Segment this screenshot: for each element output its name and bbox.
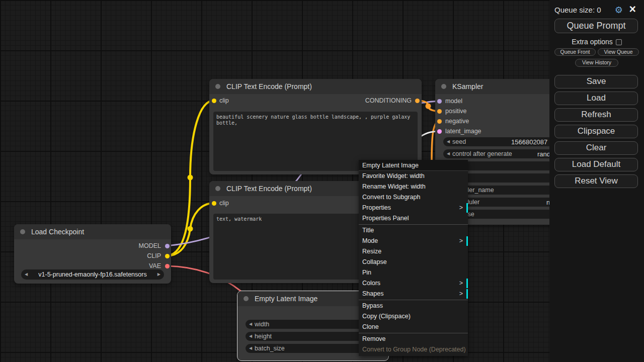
view-queue-button[interactable]: View Queue bbox=[598, 48, 639, 56]
context-menu-title: Empty Latent Image bbox=[359, 160, 468, 171]
menu-item-colors[interactable]: Colors> bbox=[359, 278, 468, 289]
menu-item-bypass[interactable]: Bypass bbox=[359, 301, 468, 311]
input-slot-positive-label: positive bbox=[445, 108, 466, 115]
extra-options-checkbox[interactable] bbox=[616, 39, 622, 45]
menu-item-mode[interactable]: Mode> bbox=[359, 236, 468, 246]
comfy-menu-panel: Queue size: 0 ⚙ × Queue Prompt Extra opt… bbox=[549, 0, 644, 362]
save-button[interactable]: Save bbox=[554, 75, 638, 88]
menu-item-resize[interactable]: Resize bbox=[359, 246, 468, 257]
clear-button[interactable]: Clear bbox=[554, 141, 638, 155]
reset-view-button[interactable]: Reset View bbox=[554, 174, 638, 188]
submenu-accent-bar bbox=[466, 289, 468, 299]
input-slot-clip-icon[interactable] bbox=[212, 201, 216, 206]
menu-separator bbox=[359, 224, 468, 225]
ckpt-name-widget[interactable]: ◀ v1-5-pruned-emaonly-fp16.safetensors ▶ bbox=[21, 269, 164, 280]
seed-label: seed bbox=[452, 138, 466, 145]
input-slot-positive-icon[interactable] bbox=[437, 109, 442, 114]
menu-item-convert-to-group-node[interactable]: Convert to Group Node (Deprecated) bbox=[359, 344, 468, 355]
input-slot-negative-icon[interactable] bbox=[437, 119, 442, 124]
node-title: CLIP Text Encode (Prompt) bbox=[226, 185, 312, 193]
input-slot-model-label: model bbox=[445, 98, 462, 105]
queue-size-label: Queue size: 0 bbox=[554, 6, 601, 14]
menu-item-properties[interactable]: Properties> bbox=[359, 203, 468, 213]
load-button[interactable]: Load bbox=[554, 92, 638, 105]
ckpt-name-value: v1-5-pruned-emaonly-fp16.safetensors bbox=[21, 271, 164, 278]
output-slot-conditioning-label: CONDITIONING bbox=[365, 97, 412, 104]
node-title: Empty Latent Image bbox=[255, 295, 317, 303]
collapse-dot-icon[interactable] bbox=[215, 186, 220, 191]
output-slot-model-icon[interactable] bbox=[165, 244, 170, 248]
input-slot-negative-label: negative bbox=[445, 118, 469, 125]
clipspace-button[interactable]: Clipspace bbox=[554, 125, 638, 138]
widget-arrow-left-icon[interactable]: ◀ bbox=[249, 322, 252, 326]
input-slot-latent-image-icon[interactable] bbox=[437, 129, 442, 134]
submenu-accent-bar bbox=[466, 236, 468, 246]
node-title: Load Checkpoint bbox=[31, 228, 84, 236]
output-slot-model-label: MODEL bbox=[139, 242, 161, 249]
node-title: KSampler bbox=[452, 82, 483, 90]
batch-size-label: batch_size bbox=[255, 345, 285, 352]
submenu-arrow-icon: > bbox=[459, 236, 463, 246]
view-history-button[interactable]: View History bbox=[575, 59, 618, 67]
control-after-generate-label: control after generate bbox=[452, 150, 512, 157]
load-default-button[interactable]: Load Default bbox=[554, 158, 638, 171]
output-slot-clip-icon[interactable] bbox=[165, 254, 170, 258]
node-title: CLIP Text Encode (Prompt) bbox=[226, 82, 312, 90]
submenu-accent-bar bbox=[466, 203, 468, 213]
widget-arrow-left-icon[interactable]: ◀ bbox=[447, 152, 450, 156]
menu-item-favorite-widget[interactable]: Favorite Widget: width bbox=[359, 171, 468, 182]
collapse-dot-icon[interactable] bbox=[441, 84, 446, 89]
menu-item-shapes[interactable]: Shapes> bbox=[359, 289, 468, 299]
close-icon[interactable]: × bbox=[629, 3, 636, 16]
node-title-bar[interactable]: CLIP Text Encode (Prompt) bbox=[209, 79, 422, 94]
menu-item-properties-panel[interactable]: Properties Panel bbox=[359, 213, 468, 224]
input-slot-clip-label: clip bbox=[219, 200, 229, 207]
menu-item-pin[interactable]: Pin bbox=[359, 267, 468, 278]
collapse-dot-icon[interactable] bbox=[215, 84, 220, 89]
submenu-arrow-icon: > bbox=[459, 289, 463, 299]
seed-value: 1566802087 bbox=[511, 138, 547, 146]
collapse-dot-icon[interactable] bbox=[244, 296, 249, 301]
input-slot-model-icon[interactable] bbox=[437, 99, 442, 104]
output-slot-vae-icon[interactable] bbox=[165, 264, 170, 268]
widget-arrow-left-icon[interactable]: ◀ bbox=[249, 334, 252, 338]
widget-arrow-left-icon[interactable]: ◀ bbox=[249, 346, 252, 350]
menu-item-remove[interactable]: Remove bbox=[359, 334, 468, 344]
queue-prompt-button[interactable]: Queue Prompt bbox=[554, 19, 638, 33]
input-slot-clip-label: clip bbox=[219, 97, 229, 104]
menu-item-rename-widget[interactable]: Rename Widget: width bbox=[359, 182, 468, 192]
output-slot-clip-label: CLIP bbox=[147, 252, 161, 259]
height-label: height bbox=[255, 333, 272, 340]
output-slot-vae-label: VAE bbox=[149, 262, 161, 269]
menu-item-convert-to-subgraph[interactable]: Convert to Subgraph bbox=[359, 192, 468, 203]
node-title-bar[interactable]: Load Checkpoint bbox=[14, 224, 171, 239]
menu-item-copy-clipspace[interactable]: Copy (Clipspace) bbox=[359, 311, 468, 322]
settings-gear-icon[interactable]: ⚙ bbox=[615, 5, 623, 16]
menu-separator bbox=[359, 300, 468, 300]
submenu-arrow-icon: > bbox=[459, 203, 463, 213]
menu-item-collapse[interactable]: Collapse bbox=[359, 257, 468, 267]
refresh-button[interactable]: Refresh bbox=[554, 108, 638, 122]
submenu-arrow-icon: > bbox=[459, 278, 463, 289]
output-slot-conditioning-icon[interactable] bbox=[415, 99, 420, 103]
widget-arrow-left-icon[interactable]: ◀ bbox=[447, 140, 450, 144]
menu-separator bbox=[359, 333, 468, 333]
collapse-dot-icon[interactable] bbox=[20, 229, 25, 234]
node-load-checkpoint[interactable]: Load Checkpoint MODEL CLIP VAE ◀ v1-5-pr… bbox=[14, 224, 171, 284]
menu-item-clone[interactable]: Clone bbox=[359, 322, 468, 332]
widget-arrow-right-icon[interactable]: ▶ bbox=[157, 273, 160, 277]
width-label: width bbox=[255, 321, 269, 328]
submenu-accent-bar bbox=[466, 279, 468, 288]
node-context-menu: Empty Latent Image Favorite Widget: widt… bbox=[359, 160, 468, 356]
graph-canvas[interactable]: CLIP Text Encode (Prompt) clip CONDITION… bbox=[0, 0, 644, 362]
input-slot-latent-image-label: latent_image bbox=[445, 128, 481, 135]
input-slot-clip-icon[interactable] bbox=[212, 99, 216, 103]
extra-options-label: Extra options bbox=[572, 38, 613, 46]
menu-item-title[interactable]: Title bbox=[359, 225, 468, 236]
queue-front-button[interactable]: Queue Front bbox=[554, 48, 596, 56]
